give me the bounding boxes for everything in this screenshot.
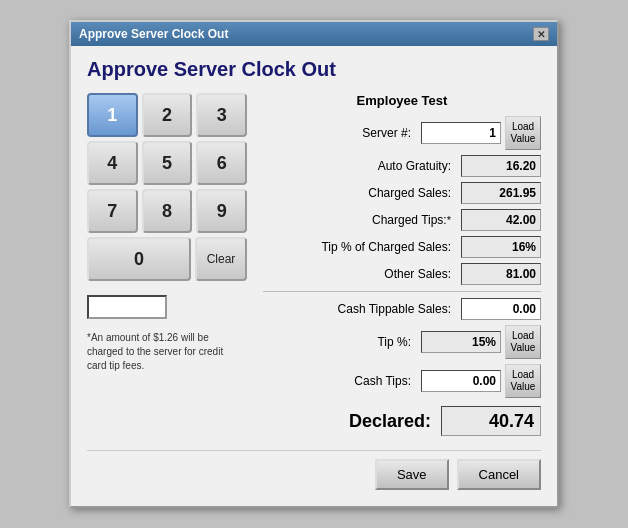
cash-tippable-row: Cash Tippable Sales: 0.00 xyxy=(263,298,541,320)
server-load-value-button[interactable]: LoadValue xyxy=(505,116,541,150)
tip-pct-charged-label: Tip % of Charged Sales: xyxy=(263,240,457,254)
numpad-grid: 1 2 3 4 5 6 7 8 9 xyxy=(87,93,247,233)
numpad-key-8[interactable]: 8 xyxy=(142,189,193,233)
tip-pct-load-value-button[interactable]: LoadValue xyxy=(505,325,541,359)
declared-value: 40.74 xyxy=(441,406,541,436)
numpad-input[interactable] xyxy=(87,295,167,319)
tip-pct-value: 15% xyxy=(421,331,501,353)
charged-tips-value: 42.00 xyxy=(461,209,541,231)
page-title: Approve Server Clock Out xyxy=(87,58,541,81)
tip-pct-charged-row: Tip % of Charged Sales: 16% xyxy=(263,236,541,258)
numpad-key-4[interactable]: 4 xyxy=(87,141,138,185)
numpad-zero-row: 0 Clear xyxy=(87,237,247,281)
cancel-button[interactable]: Cancel xyxy=(457,459,541,490)
charged-sales-value: 261.95 xyxy=(461,182,541,204)
numpad-key-7[interactable]: 7 xyxy=(87,189,138,233)
numpad-key-0[interactable]: 0 xyxy=(87,237,191,281)
numpad-clear-button[interactable]: Clear xyxy=(195,237,247,281)
tip-pct-label: Tip %: xyxy=(263,335,417,349)
numpad-key-1[interactable]: 1 xyxy=(87,93,138,137)
cash-tips-label: Cash Tips: xyxy=(263,374,417,388)
charged-tips-label: Charged Tips:* xyxy=(263,213,457,227)
separator-1 xyxy=(263,291,541,292)
declared-label: Declared: xyxy=(263,411,437,432)
numpad-key-2[interactable]: 2 xyxy=(142,93,193,137)
employee-name: Employee Test xyxy=(263,93,541,108)
cash-tips-load-value-button[interactable]: LoadValue xyxy=(505,364,541,398)
auto-gratuity-label: Auto Gratuity: xyxy=(263,159,457,173)
cash-tippable-label: Cash Tippable Sales: xyxy=(263,302,457,316)
cash-tippable-value: 0.00 xyxy=(461,298,541,320)
numpad-key-6[interactable]: 6 xyxy=(196,141,247,185)
note-text: *An amount of $1.26 will be charged to t… xyxy=(87,331,237,373)
tip-pct-charged-value: 16% xyxy=(461,236,541,258)
other-sales-row: Other Sales: 81.00 xyxy=(263,263,541,285)
numpad-section: 1 2 3 4 5 6 7 8 9 0 Clear *An amount xyxy=(87,93,247,436)
other-sales-label: Other Sales: xyxy=(263,267,457,281)
save-button[interactable]: Save xyxy=(375,459,449,490)
numpad-key-5[interactable]: 5 xyxy=(142,141,193,185)
close-button[interactable]: ✕ xyxy=(533,27,549,41)
other-sales-value: 81.00 xyxy=(461,263,541,285)
auto-gratuity-value: 16.20 xyxy=(461,155,541,177)
cash-tips-row: Cash Tips: 0.00 LoadValue xyxy=(263,364,541,398)
charged-tips-row: Charged Tips:* 42.00 xyxy=(263,209,541,231)
server-label: Server #: xyxy=(263,126,417,140)
server-value: 1 xyxy=(421,122,501,144)
server-field-row: Server #: 1 LoadValue xyxy=(263,116,541,150)
bottom-bar: Save Cancel xyxy=(87,450,541,490)
title-bar-label: Approve Server Clock Out xyxy=(79,27,228,41)
form-section: Employee Test Server #: 1 LoadValue Auto… xyxy=(263,93,541,436)
cash-tips-value: 0.00 xyxy=(421,370,501,392)
main-window: Approve Server Clock Out ✕ Approve Serve… xyxy=(69,20,559,508)
title-bar: Approve Server Clock Out ✕ xyxy=(71,22,557,46)
charged-sales-label: Charged Sales: xyxy=(263,186,457,200)
tip-pct-row: Tip %: 15% LoadValue xyxy=(263,325,541,359)
numpad-key-9[interactable]: 9 xyxy=(196,189,247,233)
charged-sales-row: Charged Sales: 261.95 xyxy=(263,182,541,204)
auto-gratuity-row: Auto Gratuity: 16.20 xyxy=(263,155,541,177)
declared-row: Declared: 40.74 xyxy=(263,406,541,436)
numpad-key-3[interactable]: 3 xyxy=(196,93,247,137)
